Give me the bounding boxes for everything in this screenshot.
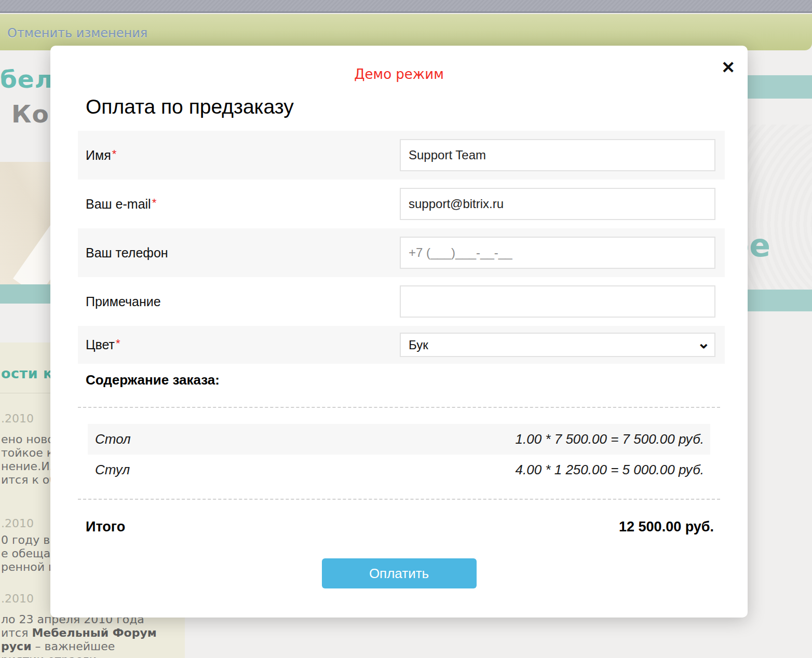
modal-title: Оплата по предзаказу [86,95,748,118]
phone-input[interactable] [400,237,715,269]
news-item-date: .2010 [1,592,34,605]
color-label: Цвет* [86,337,400,352]
form-row-name: Имя* [78,131,725,180]
name-input[interactable] [400,139,715,171]
required-marker: * [152,196,157,209]
order-item-calc: 1.00 * 7 500.00 = 7 500.00 руб. [516,431,710,447]
order-total-row: Итого 12 500.00 руб. [86,517,714,536]
form-row-color: Цвет* Бук ⌄ [78,326,725,364]
color-select[interactable]: Бук [400,333,715,357]
email-label: Ваш e-mail* [86,197,400,212]
phone-label: Ваш телефон [86,245,400,261]
order-item-calc: 4.00 * 1 250.00 = 5 000.00 руб. [516,462,710,478]
name-label: Имя* [86,148,400,163]
close-icon[interactable]: ✕ [721,59,735,76]
required-marker: * [116,337,120,350]
order-items: Стол 1.00 * 7 500.00 = 7 500.00 руб. Сту… [88,424,710,485]
order-item-name: Стул [88,462,516,478]
preorder-form: Имя* Ваш e-mail* Ваш телефон Примечание … [78,131,725,364]
preorder-payment-modal: ✕ Демо режим Оплата по предзаказу Имя* В… [50,46,748,618]
news-item-date: .2010 [1,517,34,530]
order-contents-heading: Содержание заказа: [86,372,748,388]
page: Отменить изменения бел Ко ое ости ко .20… [0,0,812,658]
total-value: 12 500.00 руб. [619,519,714,535]
form-row-phone: Ваш телефон [78,228,725,277]
note-input[interactable] [400,285,715,318]
total-label: Итого [86,519,619,535]
order-item-row: Стол 1.00 * 7 500.00 = 7 500.00 руб. [88,424,710,455]
note-label: Примечание [86,294,400,309]
form-row-note: Примечание [78,277,725,326]
news-item-text: ло 23 апреля 2010 года ится Мебельный Фо… [1,613,157,658]
form-row-email: Ваш e-mail* [78,180,725,228]
dashed-divider [78,499,720,500]
order-item-row: Стул 4.00 * 1 250.00 = 5 000.00 руб. [88,455,710,485]
cancel-changes-link[interactable]: Отменить изменения [7,26,147,40]
browser-toolbar [0,0,812,13]
required-marker: * [112,147,117,160]
site-logo-line2: Ко [11,100,49,128]
order-item-name: Стол [88,431,516,447]
dashed-divider [78,407,720,408]
email-input[interactable] [400,188,715,220]
news-item-date: .2010 [1,412,34,425]
site-logo-line1: бел [0,65,53,93]
pay-button[interactable]: Оплатить [322,558,477,588]
news-item-text: ено ново тойкое к нение.Из ится к об [1,433,57,487]
demo-mode-label: Демо режим [50,66,748,82]
